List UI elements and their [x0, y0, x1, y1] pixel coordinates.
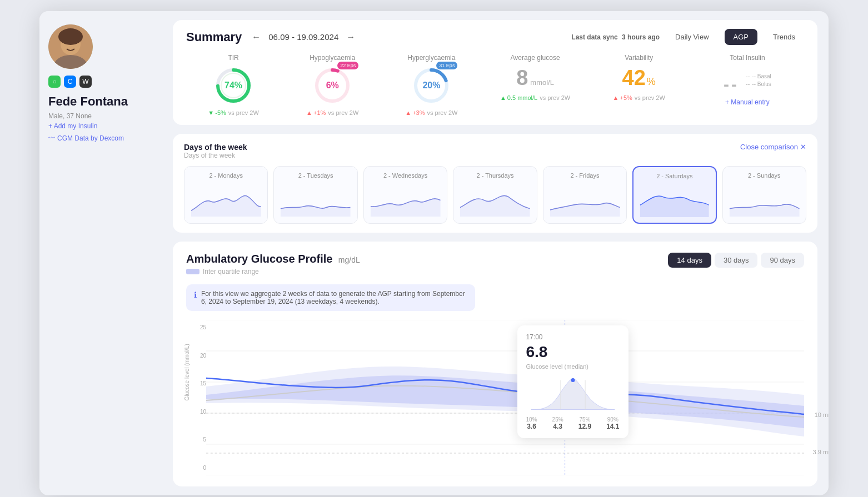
- next-date-button[interactable]: →: [343, 29, 358, 45]
- day-label-5: 2 - Saturdays: [638, 173, 711, 179]
- dow-title: Days of the week: [184, 143, 247, 152]
- percentile-display: [526, 375, 620, 414]
- day-card-1[interactable]: 2 - Tuesdays: [273, 166, 357, 224]
- day-label-6: 2 - Sundays: [727, 172, 801, 179]
- agp-content: ℹ For this view we aggregate 2 weeks of …: [186, 284, 804, 320]
- agp-chart-wrapper: 25 20 15 10 5 0 Glucose level (mmol/L): [186, 320, 804, 475]
- hypo-circle: 6% 22 Eps: [313, 66, 352, 105]
- y-label-0: 0: [186, 465, 206, 471]
- insulin-value: --: [724, 75, 739, 94]
- agp-title: Ambulatory Glucose Profile: [186, 253, 332, 265]
- hypo-stat: Hypoglycaemia 6% 22 Eps ▲ +1% vs prev 2W: [285, 54, 380, 116]
- hyper-stat: Hyperglycaemia 20% 31 Eps ▲ +3% vs prev …: [384, 54, 478, 116]
- date-range: 06.09 - 19.09.2024: [268, 32, 338, 42]
- variability-label: Variability: [625, 54, 653, 62]
- day-card-0[interactable]: 2 - Mondays: [184, 166, 268, 224]
- hyper-label: Hyperglycaemia: [407, 54, 455, 62]
- insulin-legend: -- -- Basal -- -- Bolus: [746, 73, 771, 87]
- day-chart-1: [278, 183, 352, 217]
- day-label-3: 2 - Thursdays: [458, 172, 532, 179]
- sync-text: Last data sync 3 hours ago: [571, 33, 660, 41]
- health-app-icon[interactable]: ○: [48, 76, 61, 88]
- pct-75-val: 12.9: [578, 423, 591, 430]
- sidebar: ○ C W Fede Fontana Male, 37 None + Add m…: [39, 11, 162, 495]
- ref-line-10-label: 10 mmol/L: [815, 411, 829, 418]
- hyper-circle: 20% 31 Eps: [412, 66, 451, 105]
- header-right: Last data sync 3 hours ago Daily View AG…: [571, 29, 804, 45]
- day-card-6[interactable]: 2 - Sundays: [722, 166, 806, 224]
- day-card-4[interactable]: 2 - Fridays: [543, 166, 627, 224]
- user-meta: Male, 37 None: [48, 112, 153, 120]
- hyper-value: 20%: [422, 81, 440, 91]
- period-90days-button[interactable]: 90 days: [761, 253, 804, 268]
- manual-entry-button[interactable]: + Manual entry: [725, 98, 770, 106]
- day-card-5[interactable]: 2 - Saturdays: [632, 166, 716, 224]
- y-label-5: 5: [186, 436, 206, 443]
- svg-point-5: [58, 28, 83, 45]
- day-card-2[interactable]: 2 - Wednesdays: [363, 166, 447, 224]
- day-chart-6: [727, 183, 801, 217]
- agp-card: Ambulatory Glucose Profile mg/dL Inter q…: [173, 242, 817, 486]
- day-chart-5: [638, 184, 711, 217]
- percentile-svg: [526, 375, 620, 414]
- day-label-0: 2 - Mondays: [189, 172, 263, 179]
- summary-title: Summary: [186, 30, 242, 44]
- app-container: ○ C W Fede Fontana Male, 37 None + Add m…: [39, 11, 829, 495]
- cgm-link[interactable]: 〰 CGM Data by Dexcom: [48, 134, 153, 142]
- header-top: Summary ← 06.09 - 19.09.2024 → Last data…: [186, 29, 804, 45]
- pct-90: 90% 14.1: [606, 416, 619, 430]
- agp-title-section: Ambulatory Glucose Profile mg/dL Inter q…: [186, 253, 360, 275]
- agp-view-button[interactable]: AGP: [725, 29, 757, 45]
- tooltip-time: 17:00: [526, 333, 620, 341]
- stats-row: TIR 74% ▼ -5% vs prev 2W: [186, 54, 804, 116]
- main-content: Summary ← 06.09 - 19.09.2024 → Last data…: [162, 11, 829, 495]
- tooltip-card: 17:00 6.8 Glucose level (median): [517, 325, 628, 438]
- y-axis-title: Glucose level (mmol/L): [184, 344, 190, 400]
- variability-value: 42: [622, 66, 646, 90]
- tir-label: TIR: [228, 54, 238, 62]
- header-left: Summary ← 06.09 - 19.09.2024 →: [186, 29, 358, 45]
- tir-stat: TIR 74% ▼ -5% vs prev 2W: [186, 54, 281, 116]
- tooltip-value: 6.8: [526, 343, 620, 361]
- avg-glucose-label: Average glucose: [510, 54, 560, 62]
- pct-90-val: 14.1: [606, 423, 619, 430]
- close-comparison-button[interactable]: Close comparison ✕: [740, 143, 806, 151]
- agp-unit: mg/dL: [338, 255, 360, 264]
- daily-view-button[interactable]: Daily View: [666, 29, 717, 45]
- avg-glucose-value: 8: [516, 66, 528, 90]
- add-insulin-button[interactable]: + Add my Insulin: [48, 122, 153, 130]
- info-icon: ℹ: [194, 290, 197, 299]
- iqr-icon: [186, 269, 199, 274]
- percentile-labels: 10% 3.6 25% 4.3 75% 12.9: [526, 416, 620, 430]
- dow-header: Days of the week Days of the week Close …: [184, 143, 806, 159]
- y-label-10: 10: [186, 409, 206, 415]
- hypo-value: 6%: [326, 81, 339, 91]
- tir-change: ▼ -5% vs prev 2W: [208, 109, 258, 116]
- watch-app-icon[interactable]: W: [79, 76, 92, 88]
- period-30days-button[interactable]: 30 days: [715, 253, 758, 268]
- pct-25-val: 4.3: [552, 423, 563, 430]
- insulin-display: -- -- -- Basal -- -- Bolus: [724, 68, 771, 94]
- day-chart-4: [548, 183, 622, 217]
- avg-glucose-change: ▲ 0.5 mmol/L vs prev 2W: [500, 94, 570, 101]
- prev-date-button[interactable]: ←: [248, 29, 264, 45]
- user-name: Fede Fontana: [48, 94, 153, 109]
- trends-view-button[interactable]: Trends: [764, 29, 804, 45]
- cgm-app-icon[interactable]: C: [64, 76, 76, 88]
- days-of-week-card: Days of the week Days of the week Close …: [173, 134, 817, 233]
- tir-value: 74%: [225, 81, 242, 91]
- pct-10: 10% 3.6: [526, 416, 537, 430]
- date-nav: ← 06.09 - 19.09.2024 →: [248, 29, 358, 45]
- day-card-3[interactable]: 2 - Thursdays: [453, 166, 537, 224]
- dow-title-section: Days of the week Days of the week: [184, 143, 247, 159]
- pct-10-val: 3.6: [526, 423, 537, 430]
- ref-line-39-label: 3.9 mmol/L: [813, 449, 829, 455]
- variability-change: ▲ +5% vs prev 2W: [613, 94, 665, 101]
- hyper-change: ▲ +3% vs prev 2W: [405, 109, 457, 116]
- avg-glucose-stat: Average glucose 8 mmol/L ▲ 0.5 mmol/L vs…: [483, 54, 587, 116]
- tooltip-sub: Glucose level (median): [526, 363, 620, 370]
- insulin-label: Total Insulin: [730, 54, 765, 62]
- period-14days-button[interactable]: 14 days: [668, 253, 711, 268]
- svg-point-23: [571, 378, 575, 382]
- agp-svg: [206, 320, 804, 475]
